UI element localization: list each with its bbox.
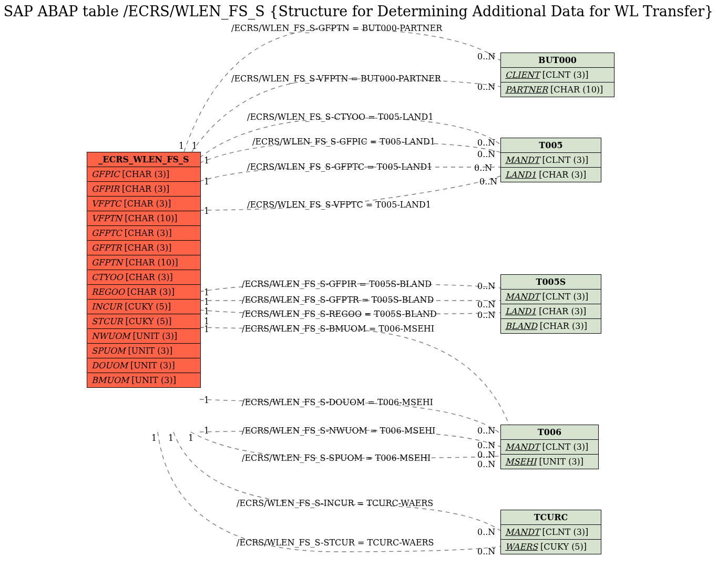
t: [CHAR (3)] — [124, 199, 171, 209]
card-many: 0..N — [474, 163, 492, 173]
card-one: 1 — [204, 297, 209, 307]
entity-t005-header: T005 — [501, 138, 601, 153]
f: MSEHI — [505, 457, 536, 467]
f: DOUOM — [91, 360, 128, 370]
card-many: 0..N — [477, 138, 495, 148]
f: PARTNER — [505, 85, 548, 95]
t: [CHAR (3)] — [126, 272, 173, 282]
t: [CUKY (5)] — [540, 542, 587, 552]
card-many: 0..N — [477, 440, 495, 450]
t: [CUKY (5)] — [125, 302, 171, 312]
edge-label-ctyoo: /ECRS/WLEN_FS_S-CTYOO = T005-LAND1 — [247, 112, 434, 122]
card-one: 1 — [204, 156, 209, 166]
card-one: 1 — [204, 324, 209, 334]
f: GFPTN — [91, 257, 122, 267]
f: STCUR — [91, 316, 122, 326]
f: LAND1 — [505, 306, 536, 316]
edge-label-vfptc: /ECRS/WLEN_FS_S-VFPTC = T005-LAND1 — [247, 200, 431, 210]
f: GFPTR — [91, 243, 121, 253]
entity-main: _ECRS_WLEN_FS_S GFPIC [CHAR (3)] GFPIR [… — [87, 152, 201, 388]
card-one: 1 — [204, 306, 209, 316]
entity-tcurc: TCURC MANDT [CLNT (3)] WAERS [CUKY (5)] — [500, 510, 601, 554]
f: GFPTC — [91, 228, 122, 238]
t: [UNIT (3)] — [539, 457, 583, 467]
card-many: 0..N — [477, 450, 495, 460]
card-many: 0..N — [477, 300, 495, 310]
entity-tcurc-header: TCURC — [501, 510, 601, 525]
page-title: SAP ABAP table /ECRS/WLEN_FS_S {Structur… — [0, 3, 717, 19]
entity-t005s: T005S MANDT [CLNT (3)] LAND1 [CHAR (3)] … — [500, 274, 601, 334]
f: REGOO — [91, 287, 125, 297]
t: [CHAR (10)] — [125, 257, 178, 267]
edge-label-gfptr: /ECRS/WLEN_FS_S-GFPTR = T005S-BLAND — [242, 295, 434, 305]
card-many: 0..N — [477, 281, 495, 291]
card-many: 0..N — [477, 426, 495, 436]
edge-label-bmuom: /ECRS/WLEN_FS_S-BMUOM = T006-MSEHI — [242, 324, 434, 334]
entity-t005: T005 MANDT [CLNT (3)] LAND1 [CHAR (3)] — [500, 138, 601, 182]
t: [UNIT (3)] — [128, 346, 173, 356]
card-many: 0..N — [477, 310, 495, 320]
entity-main-header: _ECRS_WLEN_FS_S — [87, 152, 200, 167]
entity-but000-header: BUT000 — [501, 53, 614, 68]
t: [CLNT (3)] — [542, 527, 589, 537]
f: GFPIR — [91, 184, 119, 194]
card-many: 0..N — [477, 149, 495, 159]
f: SPUOM — [91, 346, 125, 356]
f: VFPTC — [91, 199, 121, 209]
t: [CHAR (10)] — [550, 85, 603, 95]
edge-label-douom: /ECRS/WLEN_FS_S-DOUOM = T006-MSEHI — [242, 397, 433, 407]
card-one: 1 — [179, 141, 184, 151]
card-one: 1 — [188, 433, 193, 443]
f: MANDT — [505, 527, 539, 537]
card-one: 1 — [204, 426, 209, 436]
f: BLAND — [505, 321, 537, 331]
entity-t006-header: T006 — [501, 425, 598, 440]
t: [CLNT (3)] — [542, 292, 589, 302]
f: WAERS — [505, 542, 538, 552]
edge-label-stcur: /ECRS/WLEN_FS_S-STCUR = TCURC-WAERS — [237, 538, 434, 548]
edge-label-incur: /ECRS/WLEN_FS_S-INCUR = TCURC-WAERS — [237, 498, 433, 508]
t: [CLNT (3)] — [542, 155, 589, 165]
f: GFPIC — [91, 169, 119, 179]
f: LAND1 — [505, 170, 536, 180]
edge-label-vfptn: /ECRS/WLEN_FS_S-VFPTN = BUT000-PARTNER — [231, 74, 441, 84]
t: [CHAR (3)] — [124, 243, 171, 253]
f: CLIENT — [505, 70, 540, 80]
f: MANDT — [505, 292, 539, 302]
t: [UNIT (3)] — [133, 331, 178, 341]
f: MANDT — [505, 442, 539, 452]
t: [UNIT (3)] — [130, 360, 175, 370]
f: BMUOM — [91, 375, 129, 385]
card-one: 1 — [204, 206, 209, 216]
card-many: 0..N — [479, 177, 497, 187]
card-one: 1 — [204, 395, 209, 405]
card-one: 1 — [204, 177, 209, 187]
t: [CHAR (3)] — [125, 228, 172, 238]
edge-label-spuom: /ECRS/WLEN_FS_S-SPUOM = T006-MSEHI — [242, 453, 431, 463]
f: MANDT — [505, 155, 539, 165]
card-many: 0..N — [477, 527, 495, 537]
edge-label-gfptn: /ECRS/WLEN_FS_S-GFPTN = BUT000-PARTNER — [231, 23, 442, 33]
card-many: 0..N — [477, 82, 495, 92]
card-many: 0..N — [477, 459, 495, 469]
f: NWUOM — [91, 331, 130, 341]
t: [CUKY (5)] — [126, 316, 172, 326]
f: VFPTN — [91, 213, 122, 223]
t: [CHAR (3)] — [540, 321, 587, 331]
card-one: 1 — [204, 287, 209, 297]
edge-label-gfpic: /ECRS/WLEN_FS_S-GFPIC = T005-LAND1 — [252, 137, 435, 147]
entity-t005s-header: T005S — [501, 275, 601, 290]
edge-label-gfptc: /ECRS/WLEN_FS_S-GFPTC = T005-LAND1 — [247, 162, 432, 172]
edge-label-gfpir: /ECRS/WLEN_FS_S-GFPIR = T005S-BLAND — [242, 279, 432, 289]
f: INCUR — [91, 302, 122, 312]
t: [CLNT (3)] — [542, 442, 589, 452]
card-one: 1 — [192, 141, 197, 151]
t: [UNIT (3)] — [131, 375, 176, 385]
t: [CHAR (3)] — [539, 170, 586, 180]
t: [CHAR (10)] — [125, 213, 177, 223]
t: [CHAR (3)] — [539, 306, 586, 316]
entity-but000: BUT000 CLIENT [CLNT (3)] PARTNER [CHAR (… — [500, 53, 614, 97]
card-many: 0..N — [477, 546, 495, 556]
f: CTYOO — [91, 272, 123, 282]
t: [CLNT (3)] — [542, 70, 589, 80]
